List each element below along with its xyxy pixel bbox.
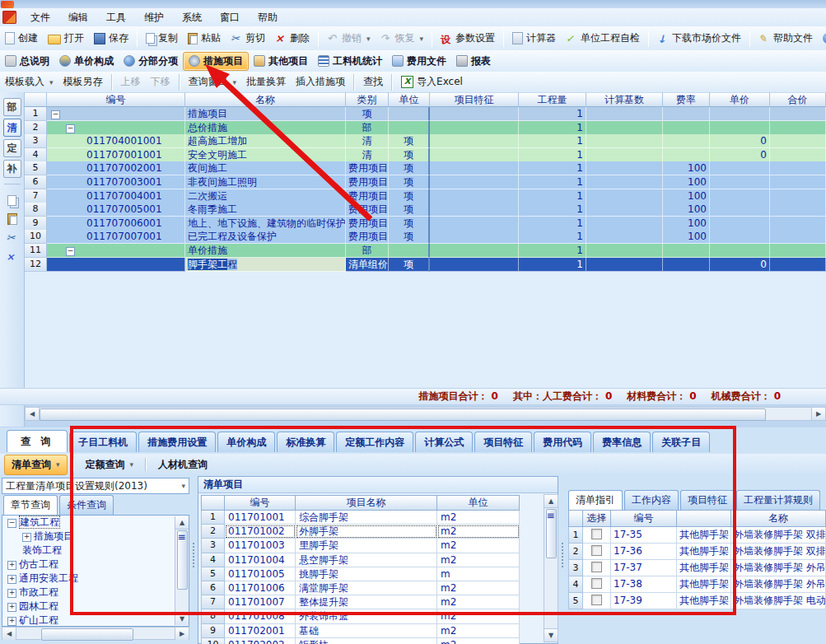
download-market-price-button[interactable]: ↓下载市场价文件 bbox=[652, 30, 746, 47]
table-row[interactable]: 11 − 单价措施 部 1 bbox=[25, 244, 826, 258]
tab-item-feature[interactable]: 项目特征 bbox=[680, 490, 735, 510]
list-row[interactable]: 7011701007整体提升架m2 bbox=[201, 595, 542, 609]
scissors-icon[interactable]: ✂ bbox=[7, 232, 18, 244]
tab-measure-items[interactable]: 措施项目 bbox=[183, 52, 249, 71]
open-button[interactable]: 打开 bbox=[43, 30, 89, 47]
batch-convert-button[interactable]: 批量换算 bbox=[241, 73, 291, 91]
tab-general-notes[interactable]: 总说明 bbox=[0, 53, 54, 70]
scrollbar-thumb[interactable] bbox=[40, 408, 766, 421]
scroll-left-arrow[interactable]: ◀ bbox=[2, 628, 16, 640]
table-row-selected[interactable]: 12 脚手架工程 清单组价 项 1 0 bbox=[25, 258, 826, 272]
expand-icon[interactable]: + bbox=[7, 603, 16, 612]
redo-dropdown-arrow[interactable]: ▾ bbox=[420, 35, 424, 43]
tab-labor-material-stats[interactable]: 工料机统计 bbox=[313, 53, 387, 70]
col-code[interactable]: 编号 bbox=[47, 92, 185, 107]
tree-item[interactable]: +通用安装工程 bbox=[2, 572, 189, 586]
move-up-button[interactable]: 上移 bbox=[116, 73, 146, 91]
query-window-button[interactable]: 查询窗口▾ bbox=[184, 73, 242, 91]
tab-unit-price-composition[interactable]: 单价构成 bbox=[217, 432, 275, 452]
grid-horizontal-scrollbar[interactable]: ◀ ▶ bbox=[25, 407, 826, 421]
insert-measure-item-button[interactable]: 插入措施项 bbox=[291, 73, 350, 91]
col-category[interactable]: 类别 bbox=[346, 92, 389, 107]
expand-icon[interactable]: + bbox=[7, 589, 16, 598]
scrollbar-thumb[interactable] bbox=[41, 628, 133, 641]
redo-button[interactable]: ↷恢复▾ bbox=[376, 30, 429, 47]
copy-button[interactable]: 复制 bbox=[141, 30, 183, 47]
col-unit[interactable]: 单位 bbox=[389, 92, 430, 107]
guide-row[interactable]: 217-36其他脚手架外墙装修脚手架 双排 bbox=[568, 544, 826, 560]
template-load-dropdown-arrow[interactable]: ▾ bbox=[49, 78, 54, 86]
tree-item[interactable]: +园林工程 bbox=[2, 600, 189, 614]
menu-window[interactable]: 窗口 bbox=[211, 9, 249, 26]
tab-measure-fee-setting[interactable]: 措施费用设置 bbox=[138, 432, 216, 452]
find-button[interactable]: 查找 bbox=[358, 73, 388, 91]
table-row[interactable]: 6 011707003001 非夜间施工照明 费用项目 项 1 100 bbox=[25, 175, 826, 189]
tab-calc-formula[interactable]: 计算公式 bbox=[415, 432, 473, 452]
menu-maintain[interactable]: 维护 bbox=[135, 9, 173, 26]
ruleset-dropdown[interactable]: 工程量清单项目设置规则(2013) ▾ bbox=[2, 478, 189, 494]
table-row[interactable]: 3 011704001001 超高施工增加 清 项 1 0 bbox=[25, 134, 826, 148]
parameter-settings-button[interactable]: 设参数设置 bbox=[436, 30, 500, 47]
menu-help[interactable]: 帮助 bbox=[249, 9, 287, 26]
import-excel-button[interactable]: X导入Excel bbox=[396, 73, 468, 91]
list-query-button[interactable]: 清单查询▾ bbox=[4, 455, 68, 475]
paste-icon[interactable] bbox=[7, 213, 17, 225]
delete-x-icon[interactable]: × bbox=[7, 251, 18, 263]
col-select[interactable]: 选择 bbox=[583, 510, 611, 527]
undo-dropdown-arrow[interactable]: ▾ bbox=[366, 35, 371, 43]
tree-item[interactable]: +仿古工程 bbox=[2, 558, 189, 572]
list-row-selected[interactable]: 2011701002外脚手架m2 bbox=[201, 525, 542, 539]
tab-subsection-items[interactable]: 分部分项 bbox=[119, 53, 183, 70]
panel-splitter[interactable] bbox=[191, 477, 198, 642]
expand-icon[interactable]: + bbox=[7, 561, 16, 570]
list-row[interactable]: 6011701006满堂脚手架m2 bbox=[201, 581, 542, 595]
quota-query-dropdown-arrow[interactable]: ▾ bbox=[130, 460, 134, 469]
scroll-left-arrow[interactable]: ◀ bbox=[26, 408, 40, 420]
tab-quantity-calc-rule[interactable]: 工程量计算规则 bbox=[736, 490, 820, 510]
table-row[interactable]: 9 011707006001 地上、地下设施、建筑物的临时保护设施 费用项目 项… bbox=[25, 217, 826, 231]
tab-unit-price-composition[interactable]: 单价构成 bbox=[54, 53, 119, 70]
tree-horizontal-scrollbar[interactable]: ◀ ▶ bbox=[2, 627, 189, 640]
copy-icon[interactable] bbox=[7, 195, 16, 206]
tab-standard-conversion[interactable]: 标准换算 bbox=[277, 432, 334, 452]
checkbox[interactable] bbox=[591, 529, 602, 539]
scrollbar-thumb[interactable]: ≡ bbox=[177, 530, 188, 590]
tree-item[interactable]: 装饰工程 bbox=[2, 544, 189, 558]
name-cell-editing[interactable]: 脚手架工程 bbox=[185, 258, 346, 272]
col-rate[interactable]: 费率 bbox=[663, 92, 710, 107]
scrollbar-thumb[interactable]: ≡ bbox=[546, 509, 557, 558]
menu-system[interactable]: 系统 bbox=[173, 9, 211, 26]
cut-button[interactable]: ✂剪切 bbox=[226, 30, 270, 47]
template-load-button[interactable]: 模板载入▾ bbox=[0, 73, 58, 91]
chevron-down-icon[interactable]: ▾ bbox=[181, 482, 185, 490]
collapse-icon[interactable]: − bbox=[66, 124, 75, 133]
col-total-price[interactable]: 合价 bbox=[770, 92, 826, 107]
scroll-right-arrow[interactable]: ▶ bbox=[175, 628, 189, 640]
checkbox[interactable] bbox=[591, 578, 602, 589]
tree-item[interactable]: +措施项目 bbox=[2, 530, 189, 544]
guide-row[interactable]: 317-37其他脚手架外墙装修脚手架 外吊 bbox=[568, 560, 826, 576]
tab-fee-file[interactable]: 费用文件 bbox=[387, 53, 451, 70]
tab-query[interactable]: 查 询 bbox=[7, 430, 68, 452]
delete-button[interactable]: ×删除 bbox=[270, 30, 315, 47]
scroll-right-arrow[interactable]: ▶ bbox=[811, 408, 825, 420]
table-row[interactable]: 8 011707005001 冬雨季施工 费用项目 项 1 100 bbox=[25, 203, 826, 217]
col-feature[interactable]: 项目特征 bbox=[430, 92, 519, 107]
tab-related-sub-item[interactable]: 关联子目 bbox=[652, 432, 710, 452]
calculator-button[interactable]: 计算器 bbox=[507, 30, 561, 47]
tab-list-guide[interactable]: 清单指引 bbox=[568, 490, 623, 510]
col-unit[interactable]: 单位 bbox=[437, 495, 520, 511]
new-button[interactable]: 创建 bbox=[0, 30, 43, 47]
tree-item[interactable]: +市政工程 bbox=[2, 586, 189, 600]
guide-row[interactable]: 517-39其他脚手架外墙装修脚手架 电动 bbox=[568, 593, 826, 609]
undo-button[interactable]: ↶撤销▾ bbox=[322, 30, 376, 47]
list-row[interactable]: 1011701001综合脚手架m2 bbox=[201, 511, 542, 525]
scroll-up-arrow[interactable]: ▲ bbox=[544, 495, 558, 508]
guide-row[interactable]: 117-35其他脚手架外墙装修脚手架 双排 bbox=[568, 527, 826, 544]
insert-section-button[interactable]: 部 bbox=[3, 98, 21, 116]
panel-splitter[interactable] bbox=[560, 477, 567, 642]
expand-icon[interactable]: + bbox=[7, 575, 16, 584]
list-row[interactable]: 3011701003里脚手架m2 bbox=[201, 539, 542, 553]
list-row[interactable]: 10011702002矩形柱m2 bbox=[201, 638, 542, 644]
list-row[interactable]: 5011701005挑脚手架m bbox=[201, 567, 542, 581]
